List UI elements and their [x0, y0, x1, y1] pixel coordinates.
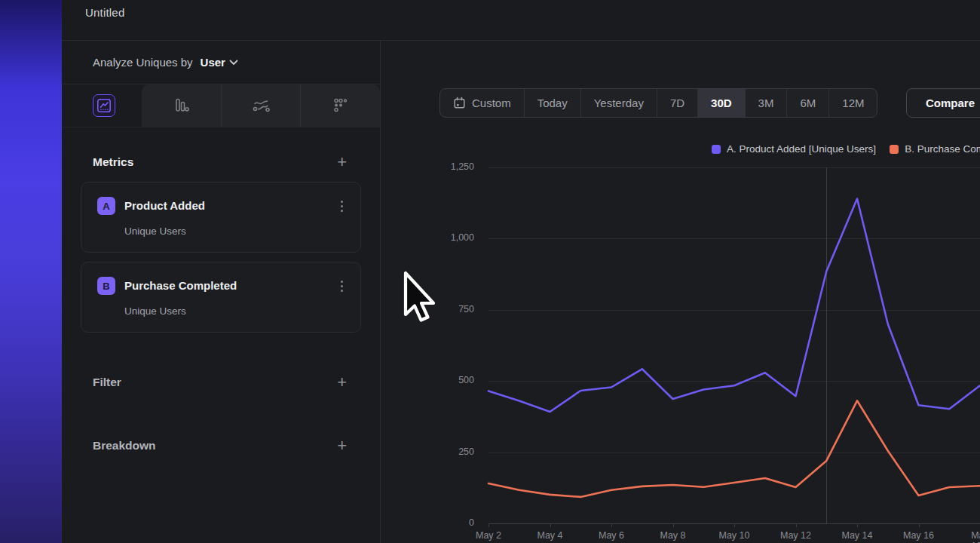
- tab-bar-chart[interactable]: [142, 84, 221, 127]
- metric-name: Product Added: [124, 199, 205, 212]
- add-filter-button[interactable]: +: [337, 375, 347, 390]
- filter-title: Filter: [93, 376, 121, 389]
- tab-flow-chart[interactable]: [221, 84, 301, 127]
- metric-subtitle: Unique Users: [124, 305, 186, 317]
- metric-name: Purchase Completed: [124, 279, 237, 292]
- line-chart: 02505007501,0001,250May 2May 4May 6May 8…: [381, 41, 980, 543]
- bar-chart-icon: [172, 97, 190, 115]
- chart-type-tab-group: [142, 84, 380, 127]
- main-layout: Analyze Uniques by User: [62, 40, 980, 543]
- metric-card[interactable]: AProduct AddedUnique Users: [81, 182, 361, 253]
- metrics-title: Metrics: [93, 155, 133, 169]
- kebab-menu-icon[interactable]: [335, 198, 348, 214]
- screen: Untitled Analyze Uniques by User: [0, 0, 980, 543]
- app-header: Untitled: [62, 0, 980, 40]
- grid-dots-icon: [332, 97, 350, 115]
- breakdown-section-header: Breakdown +: [62, 438, 380, 453]
- background-gradient: [0, 0, 62, 543]
- metric-badge: B: [97, 277, 115, 295]
- add-metric-button[interactable]: +: [337, 155, 347, 170]
- add-breakdown-button[interactable]: +: [337, 438, 347, 453]
- metric-card[interactable]: BPurchase CompletedUnique Users: [81, 262, 361, 333]
- tab-grid-dots[interactable]: [300, 84, 380, 127]
- metric-list: AProduct AddedUnique UsersBPurchase Comp…: [62, 182, 380, 333]
- chart-series: [381, 41, 980, 542]
- filter-section-header: Filter +: [62, 375, 380, 390]
- tab-line-chart[interactable]: [93, 94, 115, 117]
- series-line-b: [488, 400, 980, 497]
- series-line-a: [488, 199, 980, 413]
- flow-chart-icon: [251, 96, 271, 115]
- line-chart-icon: [96, 98, 112, 113]
- analyze-entity-value: User: [201, 56, 225, 69]
- query-panel: Analyze Uniques by User: [62, 41, 381, 543]
- app-window: Untitled Analyze Uniques by User: [62, 0, 980, 543]
- metric-subtitle: Unique Users: [124, 225, 186, 237]
- breakdown-title: Breakdown: [93, 439, 156, 452]
- metric-badge: A: [97, 197, 115, 215]
- analyze-row: Analyze Uniques by User: [62, 41, 380, 84]
- metrics-section-header: Metrics +: [62, 155, 380, 170]
- kebab-menu-icon[interactable]: [335, 278, 348, 294]
- analyze-label: Analyze Uniques by: [93, 56, 193, 69]
- analyze-entity-dropdown[interactable]: User: [201, 56, 238, 69]
- report-title[interactable]: Untitled: [85, 6, 124, 19]
- chevron-down-icon: [229, 60, 238, 66]
- chart-panel: CustomTodayYesterday7D30D3M6M12M Compare…: [381, 41, 980, 543]
- chart-type-tabs: [62, 84, 380, 127]
